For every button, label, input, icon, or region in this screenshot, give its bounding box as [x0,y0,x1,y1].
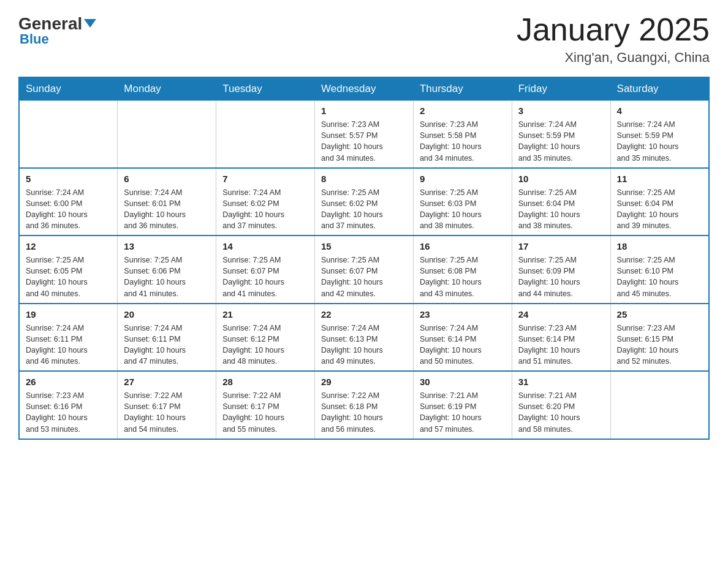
calendar-cell: 14Sunrise: 7:25 AM Sunset: 6:07 PM Dayli… [216,236,315,304]
calendar-week-row-3: 12Sunrise: 7:25 AM Sunset: 6:05 PM Dayli… [19,236,709,304]
calendar-cell [19,101,118,168]
calendar-cell: 20Sunrise: 7:24 AM Sunset: 6:11 PM Dayli… [118,304,216,372]
calendar-week-row-5: 26Sunrise: 7:23 AM Sunset: 6:16 PM Dayli… [19,371,709,439]
day-info: Sunrise: 7:25 AM Sunset: 6:03 PM Dayligh… [420,187,506,232]
day-number: 12 [26,240,111,253]
day-info: Sunrise: 7:24 AM Sunset: 6:00 PM Dayligh… [26,187,111,232]
calendar-header-sunday: Sunday [19,77,118,101]
day-info: Sunrise: 7:25 AM Sunset: 6:10 PM Dayligh… [617,255,702,299]
day-number: 18 [617,240,702,253]
day-info: Sunrise: 7:22 AM Sunset: 6:17 PM Dayligh… [222,390,308,435]
day-number: 17 [518,240,604,253]
day-number: 29 [321,375,407,388]
calendar-cell: 23Sunrise: 7:24 AM Sunset: 6:14 PM Dayli… [413,304,512,372]
day-number: 1 [321,104,407,117]
calendar-cell: 19Sunrise: 7:24 AM Sunset: 6:11 PM Dayli… [19,304,118,372]
calendar-cell: 28Sunrise: 7:22 AM Sunset: 6:17 PM Dayli… [216,371,315,439]
calendar-cell: 9Sunrise: 7:25 AM Sunset: 6:03 PM Daylig… [413,168,512,236]
day-info: Sunrise: 7:25 AM Sunset: 6:05 PM Dayligh… [26,255,111,299]
logo-blue-text: Blue [20,33,49,46]
day-info: Sunrise: 7:25 AM Sunset: 6:02 PM Dayligh… [321,187,407,232]
calendar-header-tuesday: Tuesday [216,77,315,101]
day-info: Sunrise: 7:24 AM Sunset: 6:11 PM Dayligh… [124,323,210,367]
title-block: January 2025 Xing'an, Guangxi, China [517,12,710,66]
day-number: 15 [321,240,407,253]
logo-general: General [18,15,96,33]
day-number: 14 [222,240,308,253]
day-info: Sunrise: 7:24 AM Sunset: 5:59 PM Dayligh… [617,119,702,164]
month-title: January 2025 [517,12,710,47]
calendar-cell: 3Sunrise: 7:24 AM Sunset: 5:59 PM Daylig… [512,101,610,168]
day-info: Sunrise: 7:23 AM Sunset: 5:58 PM Dayligh… [420,119,506,164]
day-info: Sunrise: 7:21 AM Sunset: 6:19 PM Dayligh… [420,390,506,435]
day-info: Sunrise: 7:25 AM Sunset: 6:09 PM Dayligh… [518,255,604,299]
day-info: Sunrise: 7:25 AM Sunset: 6:06 PM Dayligh… [124,255,210,299]
day-number: 28 [222,375,308,388]
day-number: 31 [518,375,604,388]
calendar-cell: 21Sunrise: 7:24 AM Sunset: 6:12 PM Dayli… [216,304,315,372]
calendar-cell [610,371,709,439]
day-info: Sunrise: 7:23 AM Sunset: 5:57 PM Dayligh… [321,119,407,164]
day-number: 4 [617,104,702,117]
calendar-cell: 24Sunrise: 7:23 AM Sunset: 6:14 PM Dayli… [512,304,610,372]
day-number: 25 [617,308,702,321]
calendar-cell: 29Sunrise: 7:22 AM Sunset: 6:18 PM Dayli… [315,371,414,439]
calendar-cell: 11Sunrise: 7:25 AM Sunset: 6:04 PM Dayli… [610,168,709,236]
calendar-cell: 18Sunrise: 7:25 AM Sunset: 6:10 PM Dayli… [610,236,709,304]
calendar-cell: 31Sunrise: 7:21 AM Sunset: 6:20 PM Dayli… [512,371,610,439]
day-info: Sunrise: 7:24 AM Sunset: 5:59 PM Dayligh… [518,119,604,164]
calendar-cell [118,101,216,168]
day-info: Sunrise: 7:23 AM Sunset: 6:14 PM Dayligh… [518,323,604,367]
calendar-cell: 10Sunrise: 7:25 AM Sunset: 6:04 PM Dayli… [512,168,610,236]
calendar-cell: 8Sunrise: 7:25 AM Sunset: 6:02 PM Daylig… [315,168,414,236]
day-number: 21 [222,308,308,321]
logo: General Blue [18,15,96,46]
calendar-cell: 13Sunrise: 7:25 AM Sunset: 6:06 PM Dayli… [118,236,216,304]
calendar-header-thursday: Thursday [413,77,512,101]
day-number: 16 [420,240,506,253]
page-header: General Blue January 2025 Xing'an, Guang… [18,12,710,66]
calendar-cell: 1Sunrise: 7:23 AM Sunset: 5:57 PM Daylig… [315,101,414,168]
calendar-cell: 27Sunrise: 7:22 AM Sunset: 6:17 PM Dayli… [118,371,216,439]
day-number: 30 [420,375,506,388]
day-number: 19 [26,308,111,321]
day-info: Sunrise: 7:22 AM Sunset: 6:18 PM Dayligh… [321,390,407,435]
day-number: 8 [321,172,407,185]
calendar-cell: 5Sunrise: 7:24 AM Sunset: 6:00 PM Daylig… [19,168,118,236]
calendar-cell: 22Sunrise: 7:24 AM Sunset: 6:13 PM Dayli… [315,304,414,372]
day-number: 9 [420,172,506,185]
calendar-cell: 12Sunrise: 7:25 AM Sunset: 6:05 PM Dayli… [19,236,118,304]
logo-arrow-icon [84,19,96,28]
calendar-header-monday: Monday [118,77,216,101]
day-info: Sunrise: 7:25 AM Sunset: 6:04 PM Dayligh… [617,187,702,232]
day-info: Sunrise: 7:24 AM Sunset: 6:13 PM Dayligh… [321,323,407,367]
location-title: Xing'an, Guangxi, China [517,50,710,66]
calendar-header-friday: Friday [512,77,610,101]
day-info: Sunrise: 7:24 AM Sunset: 6:14 PM Dayligh… [420,323,506,367]
day-info: Sunrise: 7:24 AM Sunset: 6:02 PM Dayligh… [222,187,308,232]
day-number: 24 [518,308,604,321]
calendar-cell: 15Sunrise: 7:25 AM Sunset: 6:07 PM Dayli… [315,236,414,304]
day-number: 13 [124,240,210,253]
day-info: Sunrise: 7:25 AM Sunset: 6:07 PM Dayligh… [321,255,407,299]
calendar-cell: 25Sunrise: 7:23 AM Sunset: 6:15 PM Dayli… [610,304,709,372]
day-number: 11 [617,172,702,185]
day-number: 5 [26,172,111,185]
day-number: 20 [124,308,210,321]
day-info: Sunrise: 7:25 AM Sunset: 6:04 PM Dayligh… [518,187,604,232]
day-number: 26 [26,375,111,388]
day-info: Sunrise: 7:23 AM Sunset: 6:16 PM Dayligh… [26,390,111,435]
calendar-cell: 7Sunrise: 7:24 AM Sunset: 6:02 PM Daylig… [216,168,315,236]
calendar-header-row: SundayMondayTuesdayWednesdayThursdayFrid… [19,77,709,101]
calendar-cell: 16Sunrise: 7:25 AM Sunset: 6:08 PM Dayli… [413,236,512,304]
calendar-cell: 26Sunrise: 7:23 AM Sunset: 6:16 PM Dayli… [19,371,118,439]
day-number: 3 [518,104,604,117]
calendar-cell [216,101,315,168]
day-number: 2 [420,104,506,117]
day-number: 27 [124,375,210,388]
calendar-cell: 2Sunrise: 7:23 AM Sunset: 5:58 PM Daylig… [413,101,512,168]
calendar-cell: 30Sunrise: 7:21 AM Sunset: 6:19 PM Dayli… [413,371,512,439]
calendar-week-row-2: 5Sunrise: 7:24 AM Sunset: 6:00 PM Daylig… [19,168,709,236]
calendar-header-wednesday: Wednesday [315,77,414,101]
calendar-cell: 6Sunrise: 7:24 AM Sunset: 6:01 PM Daylig… [118,168,216,236]
